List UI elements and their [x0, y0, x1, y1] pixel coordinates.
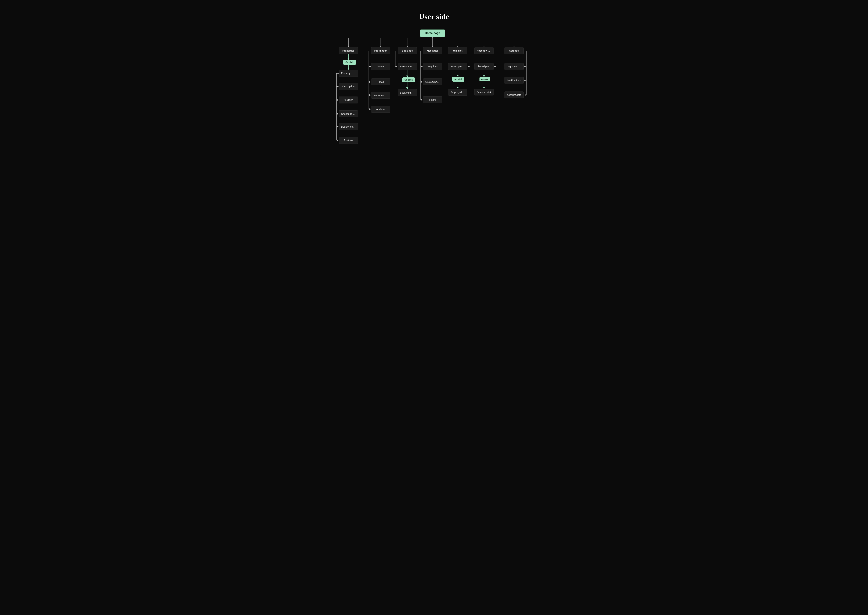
- node-choose-rooms[interactable]: Choose rooms: [339, 111, 358, 117]
- node-wishlist-detail[interactable]: Property detail: [448, 89, 467, 96]
- node-bookings[interactable]: Bookings: [398, 47, 417, 54]
- node-recently-detail[interactable]: Property detail: [475, 89, 493, 95]
- node-filters[interactable]: Filters: [423, 96, 442, 103]
- node-previous-present[interactable]: Previous & pr…: [398, 63, 417, 70]
- page-title: User side: [319, 12, 549, 21]
- node-reviews[interactable]: Reviews: [339, 137, 358, 144]
- node-home[interactable]: Home page: [420, 30, 445, 37]
- node-information[interactable]: Information: [371, 47, 390, 54]
- node-book-or-enquire[interactable]: Book or enqu…: [339, 123, 358, 130]
- node-enquiries[interactable]: Enquiries: [423, 63, 442, 70]
- node-properties[interactable]: Properties: [339, 47, 358, 54]
- node-notifications[interactable]: Notifications: [504, 77, 524, 84]
- node-account-data[interactable]: Account data: [504, 92, 524, 98]
- node-wishlist[interactable]: Wishlist: [448, 47, 467, 54]
- badge-on-click-recently: on click: [479, 77, 490, 81]
- node-mobile[interactable]: Mobile number: [371, 92, 390, 98]
- diagram-frame: User side: [319, 0, 549, 156]
- node-property-detail[interactable]: Property detail: [339, 70, 358, 77]
- node-custom-book[interactable]: Custom book…: [423, 78, 442, 86]
- node-booking-detail[interactable]: Booking detail: [398, 89, 417, 96]
- badge-on-click-wishlist: on click: [453, 77, 464, 81]
- node-saved-properties[interactable]: Saved proper…: [448, 63, 467, 70]
- node-name[interactable]: Name: [371, 63, 390, 70]
- node-description[interactable]: Description: [339, 83, 358, 90]
- node-recently-viewed[interactable]: Recently vie…: [475, 47, 493, 54]
- badge-on-click-properties: On click: [343, 60, 356, 65]
- node-messages[interactable]: Messages: [423, 47, 442, 54]
- node-email[interactable]: Email: [371, 78, 390, 86]
- node-address[interactable]: Address: [371, 106, 390, 112]
- node-settings[interactable]: Settings: [504, 47, 524, 54]
- node-viewed-properties[interactable]: Viewed prope…: [475, 63, 493, 70]
- node-login-security[interactable]: Log in & secu…: [504, 63, 524, 70]
- node-facilities[interactable]: Facilities: [339, 97, 358, 103]
- badge-on-click-bookings: On click: [403, 77, 415, 82]
